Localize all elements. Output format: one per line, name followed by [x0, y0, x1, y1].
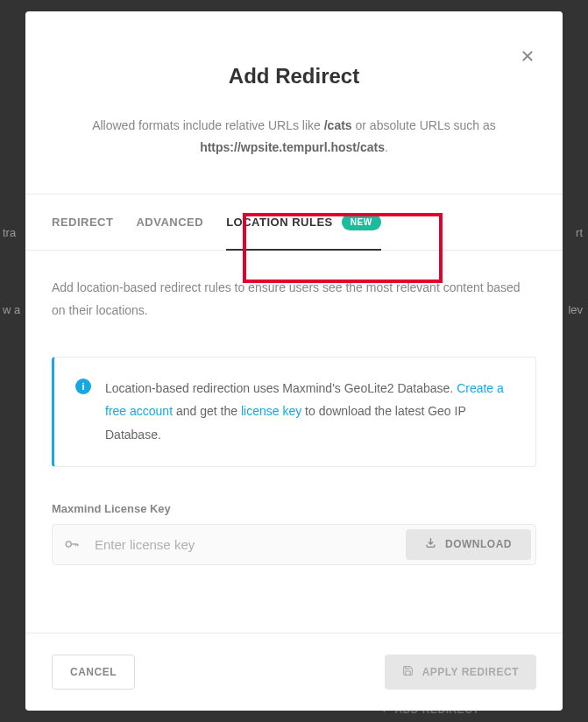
- close-icon: [521, 49, 535, 63]
- apply-redirect-button[interactable]: APPLY REDIRECT: [385, 655, 536, 690]
- license-key-label: Maxmind License Key: [52, 502, 536, 515]
- info-box: i Location-based redirection uses Maxmin…: [52, 357, 536, 467]
- close-button[interactable]: [514, 43, 541, 69]
- modal-title: Add Redirect: [52, 64, 536, 88]
- download-button-label: DOWNLOAD: [445, 538, 512, 550]
- modal-header: Add Redirect Allowed formats include rel…: [25, 11, 563, 194]
- license-key-link[interactable]: license key: [241, 404, 301, 418]
- tab-advanced-label: ADVANCED: [136, 216, 203, 229]
- tab-advanced[interactable]: ADVANCED: [136, 195, 203, 250]
- info-icon: i: [75, 379, 91, 394]
- modal-description: Allowed formats include relative URLs li…: [52, 115, 536, 159]
- license-key-input[interactable]: [91, 525, 406, 564]
- background-text: tra: [3, 226, 16, 239]
- key-icon: [53, 525, 91, 564]
- download-button[interactable]: DOWNLOAD: [406, 529, 531, 560]
- tab-redirect-label: REDIRECT: [52, 216, 113, 229]
- apply-redirect-label: APPLY REDIRECT: [422, 666, 519, 678]
- license-key-input-row: DOWNLOAD: [52, 524, 536, 565]
- content-description: Add location-based redirect rules to ens…: [52, 277, 536, 321]
- cancel-button[interactable]: CANCEL: [52, 655, 135, 690]
- modal-footer: CANCEL APPLY REDIRECT: [25, 633, 563, 711]
- save-icon: [402, 665, 414, 679]
- tab-redirect[interactable]: REDIRECT: [52, 195, 113, 250]
- tab-location-rules-label: LOCATION RULES: [226, 216, 333, 229]
- new-badge: NEW: [342, 214, 381, 230]
- info-text: Location-based redirection uses Maxmind'…: [105, 377, 514, 447]
- tabs-container: REDIRECT ADVANCED LOCATION RULES NEW: [25, 194, 563, 251]
- background-text: rt: [576, 226, 583, 239]
- tab-location-rules[interactable]: LOCATION RULES NEW: [226, 195, 380, 250]
- tab-content: Add location-based redirect rules to ens…: [25, 251, 563, 633]
- background-text: lev: [568, 303, 583, 316]
- background-text: w a: [3, 303, 20, 316]
- download-icon: [425, 537, 436, 551]
- add-redirect-modal: Add Redirect Allowed formats include rel…: [25, 11, 563, 711]
- svg-point-2: [66, 542, 71, 547]
